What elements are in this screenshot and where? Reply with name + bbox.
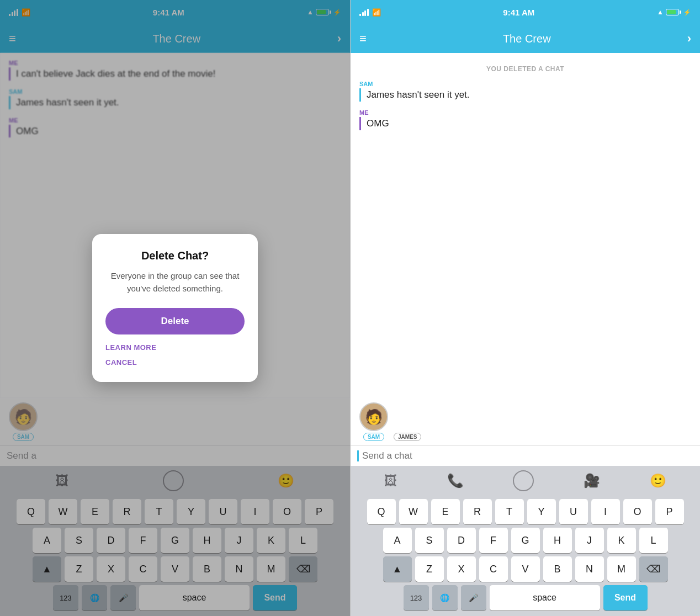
right-key-backspace[interactable]: ⌫ [639, 556, 668, 582]
left-modal-overlay: Delete Chat? Everyone in the group can s… [0, 0, 350, 616]
right-key-g[interactable]: G [511, 528, 540, 553]
right-avatar-label-james: JAMES [394, 433, 421, 441]
right-key-h[interactable]: H [543, 528, 572, 553]
right-key-mic[interactable]: 🎤 [461, 585, 486, 610]
right-key-b[interactable]: B [543, 556, 572, 582]
right-avatar-sam: 🧑 SAM [359, 402, 388, 441]
right-toolbar: 🖼 📞 🎥 🙂 [351, 466, 700, 496]
right-key-j[interactable]: J [575, 528, 604, 553]
right-sender-2: ME [359, 109, 691, 116]
right-chat-area: YOU DELETED A CHAT SAM James hasn't seen… [351, 53, 700, 398]
right-key-space[interactable]: space [490, 585, 600, 610]
right-key-z[interactable]: Z [415, 556, 444, 582]
right-key-q[interactable]: Q [367, 499, 396, 524]
right-key-e[interactable]: E [431, 499, 460, 524]
right-phone-icon[interactable]: 📞 [447, 473, 464, 488]
right-key-w[interactable]: W [399, 499, 428, 524]
right-bubble-1: James hasn't seen it yet. [359, 88, 691, 102]
modal-title: Delete Chat? [105, 249, 245, 262]
right-key-row-1: Q W E R T Y U I O P [353, 499, 698, 524]
right-key-o[interactable]: O [623, 499, 652, 524]
right-key-d[interactable]: D [447, 528, 476, 553]
right-avatar-label-sam: SAM [363, 433, 384, 441]
right-signal-icon [359, 8, 369, 16]
right-sender-1: SAM [359, 81, 691, 87]
right-key-row-2: A S D F G H J K L [353, 528, 698, 553]
modal-learn-more-button[interactable]: LEARN MORE [105, 343, 156, 352]
right-key-123[interactable]: 123 [404, 585, 429, 610]
right-video-icon[interactable]: 🎥 [584, 473, 600, 488]
right-key-s[interactable]: S [415, 528, 444, 553]
right-keyboard: Q W E R T Y U I O P A S D F G H J K L ▲ … [351, 496, 700, 616]
right-input-bar [351, 445, 700, 466]
right-wifi-icon: 📶 [372, 8, 381, 17]
right-status-right: ▲ ⚡ [657, 8, 691, 16]
modal-body: Everyone in the group can see that you'v… [105, 270, 245, 295]
right-key-p[interactable]: P [655, 499, 684, 524]
right-key-send[interactable]: Send [603, 585, 648, 610]
right-key-u[interactable]: U [559, 499, 588, 524]
right-emoji-icon[interactable]: 🙂 [650, 473, 666, 488]
right-input-field[interactable] [362, 450, 693, 461]
right-key-r[interactable]: R [463, 499, 492, 524]
right-battery-icon [666, 9, 681, 15]
delete-chat-modal: Delete Chat? Everyone in the group can s… [92, 234, 258, 382]
right-status-left: 📶 [359, 8, 381, 17]
right-key-n[interactable]: N [575, 556, 604, 582]
right-avatar-circle-sam: 🧑 [359, 402, 388, 431]
right-avatar-james: JAMES [394, 402, 421, 441]
right-key-m[interactable]: M [607, 556, 636, 582]
right-photo-icon[interactable]: 🖼 [384, 473, 397, 488]
right-bolt-icon: ⚡ [683, 9, 691, 16]
right-key-globe[interactable]: 🌐 [432, 585, 458, 610]
right-key-c[interactable]: C [479, 556, 508, 582]
right-status-time: 9:41 AM [503, 8, 534, 17]
right-key-v[interactable]: V [511, 556, 540, 582]
right-key-x[interactable]: X [447, 556, 476, 582]
modal-cancel-button[interactable]: CANCEL [105, 358, 137, 367]
right-key-i[interactable]: I [591, 499, 620, 524]
left-panel: 📶 9:41 AM ▲ ⚡ ≡ The Crew › ME I can't be… [0, 0, 350, 616]
right-key-row-4: 123 🌐 🎤 space Send [353, 585, 698, 610]
right-key-l[interactable]: L [639, 528, 668, 553]
right-status-bar: 📶 9:41 AM ▲ ⚡ [351, 0, 700, 24]
right-key-y[interactable]: Y [527, 499, 556, 524]
right-capture-icon[interactable] [513, 470, 534, 491]
right-key-row-3: ▲ Z X C V B N M ⌫ [353, 556, 698, 582]
right-location-icon: ▲ [657, 8, 664, 16]
right-key-shift[interactable]: ▲ [383, 556, 412, 582]
right-panel: 📶 9:41 AM ▲ ⚡ ≡ The Crew › YOU DELETED A… [350, 0, 700, 616]
right-avatar-row: 🧑 SAM JAMES [351, 398, 700, 445]
deleted-notice: YOU DELETED A CHAT [359, 60, 691, 81]
right-nav-bar: ≡ The Crew › [351, 24, 700, 53]
right-key-f[interactable]: F [479, 528, 508, 553]
right-cursor [357, 450, 359, 461]
right-key-a[interactable]: A [383, 528, 412, 553]
right-bubble-2: OMG [359, 117, 691, 130]
right-msg-2: ME OMG [359, 109, 691, 130]
right-hamburger-icon[interactable]: ≡ [359, 31, 367, 46]
modal-delete-button[interactable]: Delete [105, 308, 245, 334]
right-key-t[interactable]: T [495, 499, 524, 524]
right-key-k[interactable]: K [607, 528, 636, 553]
right-nav-title: The Crew [503, 33, 551, 45]
right-chevron-icon[interactable]: › [687, 31, 691, 46]
right-msg-1: SAM James hasn't seen it yet. [359, 81, 691, 102]
